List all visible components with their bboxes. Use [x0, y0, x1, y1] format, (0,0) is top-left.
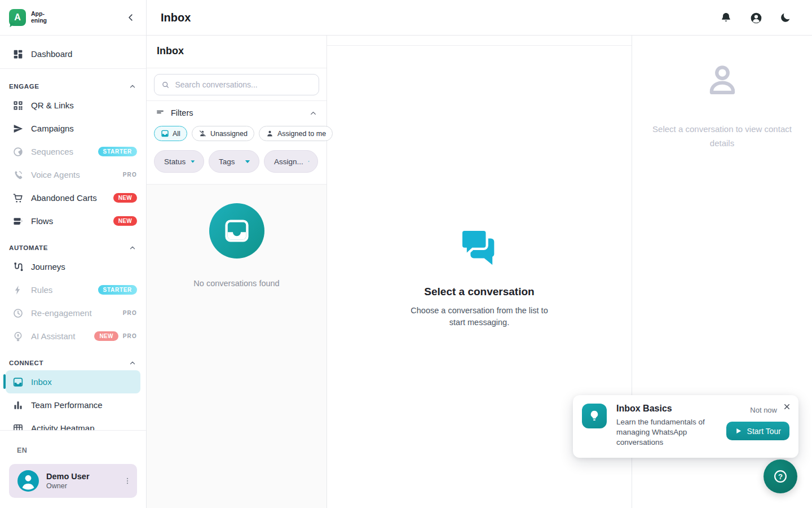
tags-dropdown[interactable]: Tags: [209, 150, 259, 173]
starter-badge: STARTER: [98, 147, 137, 156]
logo-row: A App- ening: [0, 0, 146, 36]
bar-chart-icon: [12, 400, 24, 411]
flows-icon: [12, 216, 24, 227]
sidebar-item-sequences[interactable]: Sequences STARTER: [0, 140, 146, 163]
chip-label: All: [173, 130, 180, 138]
sidebar-item-re-engagement[interactable]: Re-engagement PRO: [0, 301, 146, 325]
not-now-button[interactable]: Not now: [750, 406, 777, 414]
sidebar-collapse-button[interactable]: [126, 12, 136, 23]
sidebar-item-ai-assistant[interactable]: AI Assistant NEW PRO: [0, 325, 146, 348]
new-badge: NEW: [94, 331, 118, 341]
chat-bubbles-icon: [457, 225, 501, 269]
close-button[interactable]: [783, 402, 791, 411]
sidebar-item-label: Rules: [31, 285, 52, 295]
inbox-icon: [222, 216, 251, 246]
tour-card-actions: Not now Start Tour: [726, 404, 789, 449]
sidebar-item-team-performance[interactable]: Team Performance: [0, 393, 146, 417]
theme-toggle-button[interactable]: [780, 12, 792, 24]
sidebar-item-activity-heatmap[interactable]: Activity Heatmap: [0, 417, 146, 430]
lightbulb-icon: [588, 409, 601, 423]
filter-dropdowns: Status Tags Assign...: [154, 150, 319, 173]
heatmap-grid-icon: [12, 423, 24, 431]
sidebar-item-journeys[interactable]: Journeys: [0, 255, 146, 278]
qr-code-icon: [12, 100, 24, 111]
phone-icon: [12, 169, 24, 181]
pro-tag: PRO: [123, 310, 137, 316]
close-icon: [783, 402, 791, 411]
filters-label: Filters: [171, 108, 193, 117]
ai-head-icon: [12, 331, 24, 342]
filter-chip-unassigned[interactable]: Unassigned: [192, 126, 254, 141]
sidebar-item-label: Journeys: [31, 262, 65, 271]
user-slash-icon: [198, 129, 207, 138]
sidebar-item-label: Activity Heatmap: [31, 423, 95, 430]
section-label: AUTOMATE: [9, 244, 48, 251]
chevron-up-icon: [129, 244, 136, 252]
play-icon: [735, 427, 742, 435]
sidebar-section-automate[interactable]: AUTOMATE: [0, 240, 146, 255]
help-button[interactable]: ?: [764, 459, 797, 493]
sidebar-item-label: Team Performance: [31, 400, 103, 410]
logo-letter: A: [14, 12, 21, 23]
filter-chips: All Unassigned Assigned to me: [154, 126, 319, 141]
chat-empty-title: Select a conversation: [424, 286, 534, 298]
search-input[interactable]: [175, 80, 312, 89]
bell-icon: [720, 12, 732, 24]
user-icon: [266, 129, 274, 138]
filter-chip-all[interactable]: All: [154, 126, 187, 141]
empty-state-text: No conversations found: [193, 279, 279, 288]
user-name: Demo User: [46, 472, 90, 481]
dropdown-label: Tags: [219, 157, 235, 166]
caret-down-icon: [244, 159, 251, 164]
tour-card-text: Learn the fundamentals of managing Whats…: [616, 417, 713, 448]
app-window: A App- ening Dashboard ENGAGE: [0, 0, 812, 508]
filters-header[interactable]: Filters: [154, 108, 319, 117]
cart-icon: [12, 192, 24, 204]
clock-icon: [12, 308, 24, 319]
divider: [0, 68, 146, 69]
sidebar-item-inbox[interactable]: Inbox: [6, 370, 140, 393]
sidebar-section-engage[interactable]: ENGAGE: [0, 79, 146, 94]
tour-card-title: Inbox Basics: [616, 404, 717, 414]
sidebar-item-flows[interactable]: Flows NEW: [0, 209, 146, 233]
sidebar-item-abandoned-carts[interactable]: Abandoned Carts NEW: [0, 186, 146, 209]
pie-icon: [12, 146, 24, 157]
sidebar-nav: Dashboard ENGAGE QR & Links Campaigns: [0, 36, 146, 430]
question-mark-icon: ?: [772, 468, 789, 485]
start-tour-button[interactable]: Start Tour: [726, 422, 789, 440]
pro-tag: PRO: [123, 172, 137, 178]
user-card[interactable]: Demo User Owner: [9, 464, 137, 498]
account-button[interactable]: [750, 12, 762, 24]
chevron-left-icon: [126, 12, 136, 23]
language-selector[interactable]: EN: [9, 446, 137, 454]
new-badge: NEW: [113, 216, 137, 226]
filter-chip-assigned-to-me[interactable]: Assigned to me: [259, 126, 333, 141]
search-box: [154, 74, 319, 95]
chevron-up-icon: [309, 109, 317, 117]
tour-card: Inbox Basics Learn the fundamentals of m…: [573, 395, 798, 458]
sidebar-item-campaigns[interactable]: Campaigns: [0, 117, 146, 140]
start-tour-label: Start Tour: [747, 427, 781, 436]
assignee-dropdown[interactable]: Assign...: [264, 150, 318, 173]
dots-vertical-icon: [122, 476, 133, 486]
notifications-button[interactable]: [720, 12, 732, 24]
conversation-empty-state: No conversations found: [147, 185, 326, 508]
section-label: CONNECT: [9, 360, 43, 366]
user-role: Owner: [46, 482, 90, 490]
filters-section: Filters All Unassigned: [147, 101, 326, 185]
search-icon: [161, 80, 170, 90]
dashboard-icon: [12, 49, 24, 60]
conversation-list-panel: Inbox Filters: [147, 36, 327, 508]
sidebar-item-voice-agents[interactable]: Voice Agents PRO: [0, 163, 146, 186]
avatar: [17, 470, 39, 492]
user-menu-button[interactable]: [122, 476, 133, 486]
sidebar-section-connect[interactable]: CONNECT: [0, 356, 146, 370]
brand-name: App- ening: [31, 11, 47, 24]
sidebar-item-qr-links[interactable]: QR & Links: [0, 94, 146, 117]
sidebar-item-label: QR & Links: [31, 100, 74, 110]
sidebar-item-rules[interactable]: Rules STARTER: [0, 278, 146, 301]
sidebar-item-dashboard[interactable]: Dashboard: [0, 42, 146, 65]
tour-card-body: Inbox Basics Learn the fundamentals of m…: [616, 404, 717, 449]
status-dropdown[interactable]: Status: [154, 150, 204, 173]
header-actions: [720, 12, 792, 24]
